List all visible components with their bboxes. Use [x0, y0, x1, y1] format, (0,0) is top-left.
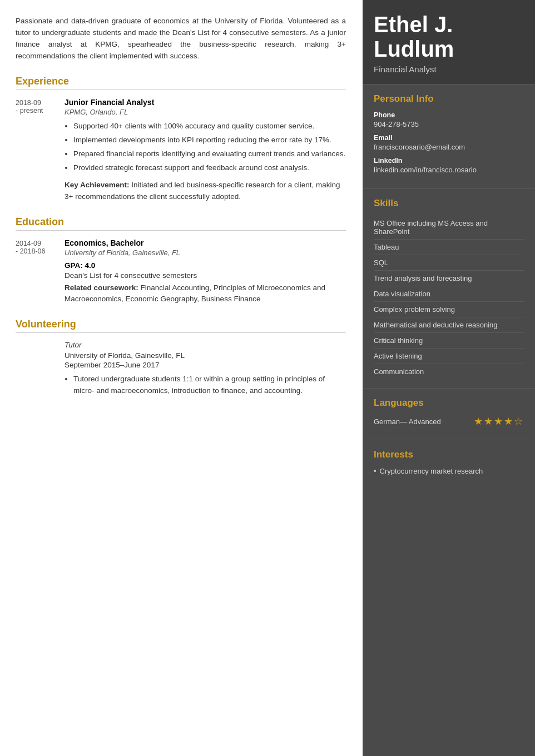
- volunteer-role: Tutor: [65, 341, 346, 349]
- experience-bullets: Supported 40+ clients with 100% accuracy…: [65, 121, 346, 174]
- experience-date: 2018-09 - present: [16, 98, 56, 203]
- education-entry: 2014-09 - 2018-06Economics, BachelorUniv…: [16, 238, 346, 306]
- volunteering-date: [16, 341, 56, 402]
- bullet-item: Provided strategic forecast support and …: [73, 162, 346, 173]
- skill-item: Trend analysis and forecasting: [374, 271, 524, 286]
- personal-info-section: Personal Info Phone 904-278-5735 Email f…: [363, 84, 535, 188]
- volunteer-dates: September 2015–June 2017: [65, 361, 346, 369]
- language-name: German— Advanced: [374, 417, 441, 426]
- school-name: University of Florida, Gainesville, FL: [65, 248, 346, 257]
- education-date: 2014-09 - 2018-06: [16, 238, 56, 306]
- volunteer-bullets: Tutored undergraduate students 1:1 or wi…: [65, 374, 346, 396]
- interests-section: Interests Cryptocurrency market research: [363, 440, 535, 484]
- summary-text: Passionate and data-driven graduate of e…: [16, 16, 346, 62]
- left-column: Passionate and data-driven graduate of e…: [0, 0, 363, 756]
- right-column: Ethel J. Ludlum Financial Analyst Person…: [363, 0, 535, 756]
- skills-section: Skills MS Office including MS Access and…: [363, 188, 535, 388]
- education-content: Economics, BachelorUniversity of Florida…: [65, 238, 346, 306]
- skill-item: MS Office including MS Access and ShareP…: [374, 216, 524, 240]
- email-label: Email: [374, 134, 524, 142]
- email-value: franciscorosario@email.com: [374, 143, 524, 151]
- bullet-item: Prepared financial reports identifying a…: [73, 148, 346, 160]
- bullet-item: Supported 40+ clients with 100% accuracy…: [73, 121, 346, 132]
- dean-list: Dean's List for 4 consecutive semesters: [65, 271, 346, 280]
- gpa: GPA: 4.0: [65, 261, 346, 270]
- volunteering-section: Volunteering TutorUniversity of Florida,…: [16, 319, 346, 402]
- experience-content: Junior Financial AnalystKPMG, Orlando, F…: [65, 98, 346, 203]
- interest-item: Cryptocurrency market research: [374, 467, 524, 475]
- linkedin-label: LinkedIn: [374, 157, 524, 165]
- phone-label: Phone: [374, 111, 524, 119]
- skill-item: Critical thinking: [374, 333, 524, 349]
- job-title: Junior Financial Analyst: [65, 98, 346, 107]
- candidate-name: Ethel J. Ludlum: [374, 12, 524, 61]
- volunteering-entry: TutorUniversity of Florida, Gainesville,…: [16, 341, 346, 402]
- personal-info-title: Personal Info: [374, 93, 524, 105]
- company-name: KPMG, Orlando, FL: [65, 108, 346, 116]
- volunteering-title: Volunteering: [16, 319, 346, 333]
- skill-item: Data visualization: [374, 286, 524, 302]
- skills-title: Skills: [374, 198, 524, 209]
- volunteering-content: TutorUniversity of Florida, Gainesville,…: [65, 341, 346, 402]
- job-title-header: Financial Analyst: [374, 64, 524, 74]
- resume-container: Passionate and data-driven graduate of e…: [0, 0, 535, 756]
- phone-value: 904-278-5735: [374, 120, 524, 128]
- linkedin-value: linkedin.com/in/francisco.rosario: [374, 166, 524, 174]
- languages-title: Languages: [374, 397, 524, 409]
- skill-item: Complex problem solving: [374, 302, 524, 317]
- languages-section: Languages German— Advanced★★★★☆: [363, 388, 535, 440]
- language-stars: ★★★★☆: [474, 415, 524, 427]
- skill-item: Active listening: [374, 349, 524, 364]
- volunteer-org: University of Florida, Gainesville, FL: [65, 351, 346, 360]
- coursework: Related coursework: Financial Accounting…: [65, 282, 346, 306]
- interests-title: Interests: [374, 449, 524, 460]
- volunteer-bullet-item: Tutored undergraduate students 1:1 or wi…: [73, 374, 346, 396]
- experience-section: Experience 2018-09 - presentJunior Finan…: [16, 76, 346, 203]
- language-row: German— Advanced★★★★☆: [374, 415, 524, 427]
- skill-item: Mathematical and deductive reasoning: [374, 317, 524, 333]
- experience-entry: 2018-09 - presentJunior Financial Analys…: [16, 98, 346, 203]
- skill-item: SQL: [374, 255, 524, 271]
- name-line2: Ludlum: [374, 37, 454, 61]
- key-achievement: Key Achievement: Initiated and led busin…: [65, 180, 346, 203]
- name-header: Ethel J. Ludlum Financial Analyst: [363, 0, 535, 84]
- bullet-item: Implemented developments into KPI report…: [73, 135, 346, 146]
- degree-title: Economics, Bachelor: [65, 238, 346, 247]
- experience-title: Experience: [16, 76, 346, 90]
- skill-item: Communication: [374, 364, 524, 379]
- skill-item: Tableau: [374, 240, 524, 255]
- education-title: Education: [16, 216, 346, 231]
- name-line1: Ethel J.: [374, 12, 453, 37]
- education-section: Education 2014-09 - 2018-06Economics, Ba…: [16, 216, 346, 306]
